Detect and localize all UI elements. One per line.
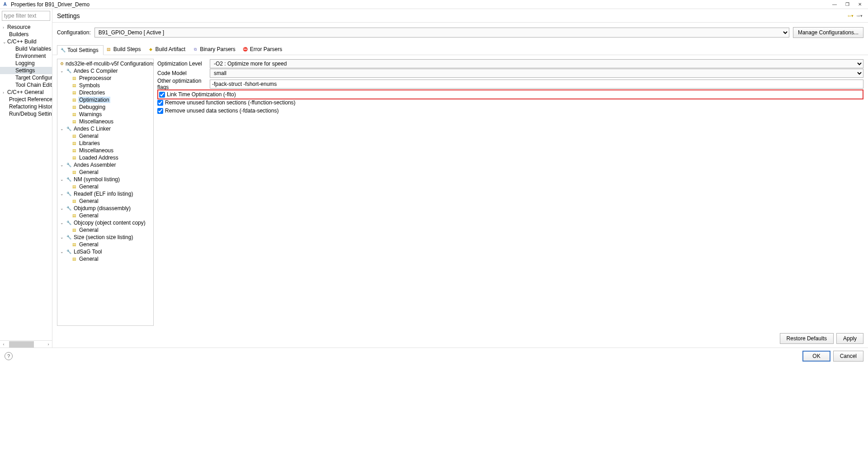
chevron-down-icon[interactable]: ⌄ xyxy=(59,235,65,240)
tool-tree-item[interactable]: ▤Preprocessor xyxy=(57,75,153,82)
maximize-button[interactable]: ❐ xyxy=(841,0,854,9)
apply-button[interactable]: Apply xyxy=(836,333,863,344)
chevron-down-icon[interactable]: ⌄ xyxy=(59,221,65,225)
other-flags-label: Other optimization flags xyxy=(157,78,210,90)
tool-tree-item[interactable]: ▤General xyxy=(57,197,153,205)
window-title: Properties for B91_Driver_Demo xyxy=(11,1,90,8)
tool-tree-item[interactable]: ▤Miscellaneous xyxy=(57,147,153,154)
tool-tree-item[interactable]: ▤General xyxy=(57,169,153,176)
chevron-down-icon[interactable]: ⌄ xyxy=(3,40,7,44)
forward-icon[interactable]: ⇨▾ xyxy=(855,12,863,20)
tool-icon: 🔧 xyxy=(66,191,72,197)
chevron-right-icon[interactable]: › xyxy=(3,90,7,95)
nav-item-logging[interactable]: Logging xyxy=(0,60,52,67)
nav-item-resource[interactable]: ›Resource xyxy=(0,24,52,31)
restore-defaults-button[interactable]: Restore Defaults xyxy=(780,333,834,344)
page-icon: ▤ xyxy=(71,147,77,154)
chevron-down-icon[interactable]: ⌄ xyxy=(59,127,65,131)
tool-tree[interactable]: ⚙nds32le-elf-mculib-v5f Configurations ⌄… xyxy=(57,59,154,326)
page-icon: ▤ xyxy=(71,97,77,103)
page-icon: ▤ xyxy=(71,155,77,161)
chevron-down-icon[interactable]: ⌄ xyxy=(59,249,65,254)
tool-tree-item[interactable]: ▤General xyxy=(57,241,153,248)
option-row-func-sections: Remove unused function sections (-ffunct… xyxy=(157,99,863,107)
tool-tree-item[interactable]: ▤General xyxy=(57,183,153,190)
tool-tree-item[interactable]: ▤Libraries xyxy=(57,140,153,147)
opt-level-label: Optimization Level xyxy=(157,61,210,67)
other-flags-input[interactable] xyxy=(210,80,863,89)
nav-item-build[interactable]: ⌄C/C++ Build xyxy=(0,38,52,45)
chevron-down-icon[interactable]: ⌄ xyxy=(59,192,65,196)
help-icon[interactable]: ? xyxy=(5,352,13,360)
code-model-select[interactable]: small xyxy=(210,69,863,78)
tool-tree-item[interactable]: ▤General xyxy=(57,226,153,234)
tab-build-artifact[interactable]: ◆Build Artifact xyxy=(145,45,190,55)
manage-configs-button[interactable]: Manage Configurations... xyxy=(793,27,863,38)
lto-checkbox[interactable] xyxy=(159,92,165,98)
data-sections-label: Remove unused data sections (-fdata-sect… xyxy=(165,108,278,114)
chevron-down-icon[interactable]: ⌄ xyxy=(59,177,65,182)
tool-tree-item[interactable]: ⌄🔧LdSaG Tool xyxy=(57,248,153,255)
tool-tree-item[interactable]: ⌄🔧Andes C Compiler xyxy=(57,67,153,75)
config-select[interactable]: B91_GPIO_Demo [ Active ] xyxy=(94,28,789,38)
nav-item-target-config[interactable]: Target Configura xyxy=(0,74,52,81)
code-model-label: Code Model xyxy=(157,70,210,76)
nav-item-environment[interactable]: Environment xyxy=(0,52,52,60)
option-row-data-sections: Remove unused data sections (-fdata-sect… xyxy=(157,107,863,115)
tool-tree-item[interactable]: ▤General xyxy=(57,255,153,263)
page-icon: ▤ xyxy=(71,111,77,118)
ok-button[interactable]: OK xyxy=(802,351,830,362)
nav-item-toolchain-editor[interactable]: Tool Chain Editor xyxy=(0,81,52,89)
tool-tree-item[interactable]: ▤Warnings xyxy=(57,111,153,118)
nav-item-general[interactable]: ›C/C++ General xyxy=(0,89,52,96)
nav-tree[interactable]: ›Resource Builders ⌄C/C++ Build Build Va… xyxy=(0,23,52,340)
tool-tree-item[interactable]: ⌄🔧NM (symbol listing) xyxy=(57,176,153,183)
tool-tree-item[interactable]: ⚙nds32le-elf-mculib-v5f Configurations xyxy=(57,60,153,67)
nav-item-rundebug[interactable]: Run/Debug Settings xyxy=(0,110,52,118)
nav-item-settings[interactable]: Settings xyxy=(0,67,52,74)
back-icon[interactable]: ⇦▾ xyxy=(846,12,854,20)
tool-tree-item-optimization[interactable]: ▤Optimization xyxy=(57,96,153,103)
tab-error-parsers[interactable]: ⛔Error Parsers xyxy=(240,45,287,55)
chevron-down-icon[interactable]: ⌄ xyxy=(59,206,65,211)
scroll-thumb[interactable] xyxy=(9,341,34,348)
tab-build-steps[interactable]: ▤Build Steps xyxy=(104,45,146,55)
chevron-down-icon[interactable]: ⌄ xyxy=(59,69,65,73)
scroll-right-icon[interactable]: › xyxy=(45,342,52,347)
tool-tree-item[interactable]: ⌄🔧Andes C Linker xyxy=(57,125,153,132)
tool-tree-item[interactable]: ⌄🔧Size (section size listing) xyxy=(57,234,153,241)
tool-tree-item[interactable]: ⌄🔧Objdump (disassembly) xyxy=(57,205,153,212)
data-sections-checkbox[interactable] xyxy=(157,108,163,114)
tool-tree-item[interactable]: ▤Directories xyxy=(57,89,153,96)
chevron-right-icon[interactable]: › xyxy=(3,25,7,30)
nav-item-project-refs[interactable]: Project References xyxy=(0,96,52,103)
func-sections-checkbox[interactable] xyxy=(157,100,163,106)
tool-tree-item[interactable]: ⌄🔧Readelf (ELF info listing) xyxy=(57,190,153,197)
tool-tree-item[interactable]: ▤Loaded Address xyxy=(57,154,153,161)
cancel-button[interactable]: Cancel xyxy=(833,351,863,362)
tool-tree-item[interactable]: ⌄🔧Andes Assembler xyxy=(57,161,153,169)
nav-item-build-variables[interactable]: Build Variables xyxy=(0,45,52,52)
filter-box xyxy=(2,11,50,21)
tool-tree-item[interactable]: ▤General xyxy=(57,132,153,140)
steps-icon: ▤ xyxy=(106,47,112,52)
nav-item-refactoring[interactable]: Refactoring History xyxy=(0,103,52,110)
tab-tool-settings[interactable]: 🔧Tool Settings xyxy=(57,45,104,55)
tab-binary-parsers[interactable]: ⧉Binary Parsers xyxy=(190,45,240,55)
tool-tree-item[interactable]: ▤Symbols xyxy=(57,82,153,89)
tool-icon: 🔧 xyxy=(66,249,72,255)
close-button[interactable]: ✕ xyxy=(854,0,866,9)
minimize-button[interactable]: — xyxy=(828,0,841,9)
tool-tree-item[interactable]: ⌄🔧Objcopy (object content copy) xyxy=(57,219,153,226)
opt-level-select[interactable]: -O2 : Optimize more for speed xyxy=(210,59,863,68)
filter-input[interactable] xyxy=(2,11,50,21)
tool-tree-item[interactable]: ▤Miscellaneous xyxy=(57,118,153,125)
tool-tree-item[interactable]: ▤Debugging xyxy=(57,103,153,111)
tool-tree-item[interactable]: ▤General xyxy=(57,212,153,219)
scroll-left-icon[interactable]: ‹ xyxy=(0,342,7,347)
chevron-down-icon[interactable]: ⌄ xyxy=(59,163,65,167)
scroll-track[interactable] xyxy=(7,341,45,348)
nav-item-builders[interactable]: Builders xyxy=(0,31,52,38)
nav-hscrollbar[interactable]: ‹ › xyxy=(0,340,52,348)
tool-icon: 🔧 xyxy=(66,205,72,212)
